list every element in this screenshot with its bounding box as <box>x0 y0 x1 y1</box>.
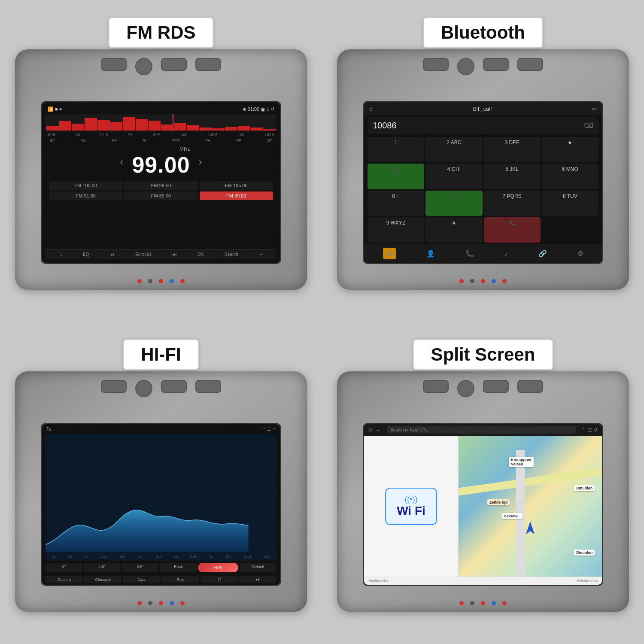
hifi-ctrl-0[interactable]: 0" <box>46 563 82 572</box>
bt-ctrl-4 <box>492 279 496 283</box>
split-bookmarks[interactable]: Bookmarks <box>368 579 388 583</box>
vent-1 <box>101 58 127 71</box>
bar-11 <box>174 123 186 131</box>
hifi-vent-3 <box>195 380 221 393</box>
fm-preset-3[interactable]: FM 105.00 <box>200 181 273 190</box>
bt-key-call-2[interactable]: 📞 <box>425 191 482 216</box>
bar-2 <box>59 121 72 131</box>
split-bottom-controls <box>459 601 507 605</box>
bt-nav-connect[interactable]: 🔗 <box>538 249 547 258</box>
fm-next-button[interactable]: › <box>199 156 202 168</box>
bar-15 <box>225 127 237 131</box>
split-back-icon[interactable]: ← <box>376 427 381 433</box>
fm-preset-4[interactable]: FM 91.50 <box>49 191 122 200</box>
vent-3 <box>195 58 221 71</box>
bt-keypad: 1 2 ABC 3 DEF ★ 📞 4 GHI 5 JKL 6 MNO 0 + … <box>364 136 602 244</box>
hifi-ctrl-dot-1 <box>137 601 142 605</box>
bt-key-hash[interactable]: # <box>425 217 482 243</box>
bt-title: BT_call <box>473 106 492 112</box>
hifi-ctrl-1[interactable]: 1.0" <box>84 563 121 572</box>
fm-mode-buttons: GT TA AF AI PTY TA TP ST <box>46 137 276 144</box>
bt-home-icon[interactable]: ⌂ <box>369 106 373 112</box>
hifi-preset-custom[interactable]: Custom <box>46 576 83 583</box>
bar-18 <box>263 129 276 131</box>
bt-key-8[interactable]: 8 TUV <box>542 191 598 216</box>
hifi-ctrl-2[interactable]: 0.5" <box>122 563 159 572</box>
hifi-preset-pop[interactable]: Pop <box>162 576 199 583</box>
fm-prev-track[interactable]: ⏮ <box>110 252 114 257</box>
fm-screen-content: 📶 ■ ● ⊕ 01:00 ▣ ⌂ ↺ <box>42 102 280 263</box>
fm-clock: ⊕ 01:00 ▣ ⌂ ↺ <box>243 106 274 112</box>
hifi-preset-music[interactable]: 🎵 <box>200 576 238 583</box>
fm-preset-5[interactable]: FM 89.00 <box>124 191 197 200</box>
split-vent-1 <box>423 380 449 393</box>
hifi-ctrl-dot-2 <box>148 601 152 605</box>
fm-preset-2[interactable]: FM 99.50 <box>124 181 197 190</box>
bt-nav-settings[interactable]: ⚙ <box>577 249 583 258</box>
hifi-preset-classical[interactable]: Classical <box>84 576 122 583</box>
bt-key-9[interactable]: 9 WXYZ <box>368 217 424 243</box>
hifi-ctrl-rock[interactable]: Rock <box>160 563 197 572</box>
map-label-ijmuiden-2: IJmuiden <box>574 550 595 556</box>
fm-preset-1[interactable]: FM 100.00 <box>49 181 122 190</box>
fm-freq-number: 99.00 <box>132 152 190 178</box>
split-vent-2 <box>483 380 509 393</box>
hifi-vent-2 <box>161 380 187 393</box>
bt-nav-music[interactable]: ♪ <box>504 250 508 258</box>
split-left-panel: ((•)) Wi Fi <box>364 436 459 577</box>
hifi-preset-jazz[interactable]: Jazz <box>123 576 160 583</box>
hifi-controls-top: 0" 1.0" 0.5" Rock Hi-Fi Default <box>42 561 280 574</box>
fm-prev-button[interactable]: ‹ <box>120 156 123 168</box>
bt-key-4[interactable]: 4 GHI <box>425 164 482 189</box>
fm-home-button[interactable]: ⌂ <box>59 252 62 257</box>
bt-key-6[interactable]: 6 MNO <box>542 164 598 189</box>
hifi-screen-content: Ta ⌃ ☰ ↺ <box>42 424 280 585</box>
split-dash: ⟳ ← Search or type URL ⌃ ☰ ↺ ((•)) Wi Fi <box>337 371 629 612</box>
bt-key-call[interactable]: 📞 <box>368 164 424 189</box>
split-recent-tabs[interactable]: Recent tabs <box>577 579 598 583</box>
bar-1 <box>46 126 59 131</box>
hifi-label: HI-FI <box>123 339 199 370</box>
cell-hifi: HI-FI Ta ⌃ ☰ ↺ <box>0 322 322 644</box>
split-ctrl-dot-1 <box>459 601 464 605</box>
split-ctrl-dot-3 <box>481 601 485 605</box>
hifi-status-left: Ta <box>46 427 51 431</box>
hifi-ctrl-hifi[interactable]: Hi-Fi <box>198 563 238 572</box>
hifi-preset-diamond[interactable]: ♦♦ <box>239 576 276 583</box>
split-screen-el: ⟳ ← Search or type URL ⌃ ☰ ↺ ((•)) Wi Fi <box>363 423 603 586</box>
split-screen-content: ⟳ ← Search or type URL ⌃ ☰ ↺ ((•)) Wi Fi <box>364 424 602 585</box>
fm-station-name: Europe1 <box>135 252 152 257</box>
fm-dx-button[interactable]: DX <box>197 252 204 257</box>
bt-key-0[interactable]: 0 + <box>368 191 424 216</box>
bt-key-2[interactable]: 2 ABC <box>425 137 482 162</box>
bt-key-5[interactable]: 5 JKL <box>484 164 541 189</box>
hifi-presets: Custom Classical Jazz Pop 🎵 ♦♦ <box>42 574 280 585</box>
fm-preset-6[interactable]: FM 99.00 <box>200 191 273 200</box>
fm-next-track[interactable]: ⏭ <box>173 252 177 257</box>
fm-back-button[interactable]: ↩ <box>259 252 263 257</box>
bt-key-3[interactable]: 3 DEF <box>484 137 541 162</box>
bt-ctrl-1 <box>459 279 464 283</box>
bt-delete-button[interactable]: ⌫ <box>583 122 593 130</box>
bt-key-7[interactable]: 7 PQRS <box>484 191 541 216</box>
hifi-screen: Ta ⌃ ☰ ↺ <box>41 423 281 586</box>
bt-key-1[interactable]: 1 <box>368 137 424 162</box>
bt-back-icon[interactable]: ↩ <box>592 106 597 112</box>
split-ctrl-dot-4 <box>492 601 496 605</box>
bar-17 <box>251 128 263 131</box>
bt-key-endcall[interactable]: 📞 <box>484 217 541 243</box>
split-refresh-icon[interactable]: ⟳ <box>368 427 373 433</box>
split-ctrl-dot-2 <box>470 601 474 605</box>
bar-9 <box>149 121 161 131</box>
hifi-ctrl-default[interactable]: Default <box>240 563 276 572</box>
ctrl-dot-1 <box>137 279 142 283</box>
split-url-bar[interactable]: Search or type URL <box>387 426 576 434</box>
fm-search-button[interactable]: Search <box>225 252 238 257</box>
bt-nav-calls[interactable]: 📞 <box>465 249 474 258</box>
bt-key-star[interactable]: ★ <box>542 137 598 162</box>
fm-eq-button[interactable]: EQ <box>83 252 89 257</box>
bt-nav-contacts[interactable]: 👤 <box>426 249 435 258</box>
bt-nav-menu[interactable]: ☰ <box>383 248 396 259</box>
vent-2 <box>161 58 187 71</box>
split-tabs-icon[interactable]: ⌃ ☰ ↺ <box>581 427 598 433</box>
